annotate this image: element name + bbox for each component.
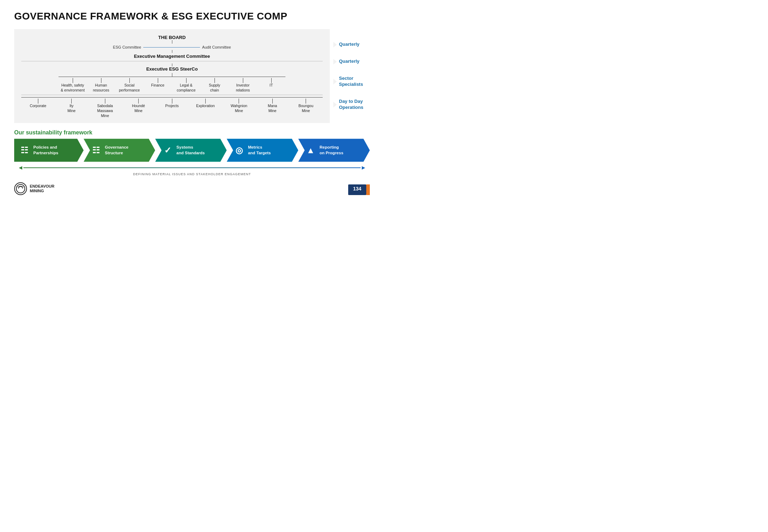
ops-corporate-vline bbox=[38, 99, 38, 104]
ops-boungou-vline bbox=[306, 99, 306, 104]
bottom-arrow-line bbox=[23, 167, 361, 168]
sus-arrow-1: ☷ Policies andPartnerships bbox=[14, 139, 84, 162]
exec-mgmt-label: Executive Management Committee bbox=[21, 54, 323, 59]
board-sub-row: ESG Committee Audit Committee bbox=[21, 45, 323, 49]
logo-text: ENDEAVOUR MINING bbox=[30, 184, 54, 193]
spec-it-vline bbox=[271, 78, 272, 83]
freq-sector: Sector Specialists bbox=[333, 76, 370, 88]
ops-corporate: Corporate bbox=[21, 99, 55, 118]
ops-ity: ItyMine bbox=[55, 99, 88, 118]
operations-section: Corporate ItyMine SabodalaMassawaMine bbox=[21, 97, 323, 118]
page-title: GOVERNANCE FRAMEWORK & ESG EXECUTIVE COM… bbox=[14, 11, 370, 22]
steerco-connector-top bbox=[172, 63, 172, 66]
freq-sector-label: Sector Specialists bbox=[339, 76, 370, 88]
freq-q2-label: Quarterly bbox=[339, 59, 360, 65]
sus-label-1: Policies andPartnerships bbox=[33, 145, 58, 156]
page-number: 134 bbox=[348, 184, 366, 195]
sustainability-title: Our sustainability framework bbox=[14, 129, 370, 136]
freq-quarterly-2: Quarterly bbox=[333, 59, 370, 65]
frequency-labels: Quarterly Quarterly Sector Specialists D… bbox=[330, 29, 370, 123]
sus-arrow-2: ☷ GovernanceStructure bbox=[84, 139, 155, 162]
ops-hounde: HoundéMine bbox=[122, 99, 155, 118]
spec-health-label: Health, safety& environment bbox=[61, 83, 85, 93]
framework-container: THE BOARD ESG Committee Audit Committee … bbox=[14, 29, 370, 123]
connector-exec-v bbox=[172, 50, 172, 53]
bottom-label: DEFINING MATERIAL ISSUES AND STAKEHOLDER… bbox=[18, 172, 366, 176]
logo-icon bbox=[14, 182, 27, 195]
spec-legal-label: Legal &compliance bbox=[177, 83, 195, 93]
steerco-title: Executive ESG SteerCo bbox=[21, 66, 323, 72]
chevron-q1 bbox=[333, 42, 337, 48]
spec-legal-vline bbox=[186, 78, 187, 83]
steerco-section: Executive ESG SteerCo Health, safety& en… bbox=[21, 63, 323, 93]
ops-h-line bbox=[21, 97, 323, 98]
ops-projects-vline bbox=[172, 99, 172, 104]
ops-hounde-label: HoundéMine bbox=[132, 104, 145, 113]
bottom-arrow-row: ◄ ► bbox=[18, 165, 366, 171]
ops-exploration-vline bbox=[205, 99, 206, 104]
ops-boungou-label: BoungouMine bbox=[299, 104, 313, 113]
ops-sabodala-vline bbox=[105, 99, 105, 104]
ops-mana-vline bbox=[272, 99, 273, 104]
ops-sabodala: SabodalaMassawaMine bbox=[88, 99, 122, 118]
ops-wahgnion: WahgnionMine bbox=[222, 99, 256, 118]
spec-hr-vline bbox=[101, 78, 101, 83]
left-arrow-icon: ◄ bbox=[18, 165, 23, 171]
divider-2 bbox=[21, 95, 323, 95]
spec-social: Socialperformance bbox=[115, 78, 144, 93]
spec-health: Health, safety& environment bbox=[59, 78, 87, 93]
freq-dtd-label: Day to Day Operations bbox=[339, 99, 363, 111]
ops-wahgnion-label: WahgnionMine bbox=[230, 104, 247, 113]
logo-svg bbox=[16, 184, 26, 194]
sus-icon-3: ✓ bbox=[162, 145, 173, 155]
ops-exploration: Exploration bbox=[189, 99, 222, 118]
footer: ENDEAVOUR MINING 134 bbox=[14, 179, 370, 195]
sus-arrow-3: ✓ Systemsand Standards bbox=[155, 139, 227, 162]
freq-daytoday: Day to Day Operations bbox=[333, 99, 370, 111]
logo-area: ENDEAVOUR MINING bbox=[14, 182, 54, 195]
divider-1 bbox=[21, 61, 323, 61]
page-num-area: 134 bbox=[348, 184, 370, 195]
specialist-h-line bbox=[59, 77, 285, 77]
sustainability-arrows: ☷ Policies andPartnerships ☷ GovernanceS… bbox=[14, 139, 370, 162]
svg-point-0 bbox=[16, 184, 25, 193]
spec-it: IT bbox=[257, 78, 285, 93]
sus-icon-1: ☷ bbox=[19, 145, 30, 155]
sus-icon-4: ◎ bbox=[234, 145, 244, 155]
ops-ity-vline bbox=[71, 99, 72, 104]
orange-bar bbox=[366, 184, 370, 195]
spec-finance-label: Finance bbox=[151, 83, 164, 88]
spec-hr: Humanresources bbox=[87, 78, 115, 93]
chevron-sector bbox=[333, 79, 337, 84]
ops-ity-label: ItyMine bbox=[67, 104, 76, 113]
spec-legal: Legal &compliance bbox=[172, 78, 200, 93]
bottom-arrow-container: ◄ ► DEFINING MATERIAL ISSUES AND STAKEHO… bbox=[14, 165, 370, 176]
audit-committee-label: Audit Committee bbox=[202, 45, 231, 49]
chevron-dtd bbox=[333, 102, 337, 107]
ops-mana-label: ManaMine bbox=[268, 104, 277, 113]
framework-main: THE BOARD ESG Committee Audit Committee … bbox=[14, 29, 330, 123]
ops-exploration-label: Exploration bbox=[196, 104, 215, 109]
connector-board-v bbox=[172, 40, 172, 44]
sus-label-5: Reportingon Progress bbox=[319, 145, 343, 156]
sus-arrow-4: ◎ Metricsand Targets bbox=[227, 139, 298, 162]
ops-projects: Projects bbox=[155, 99, 189, 118]
steerco-v-down bbox=[172, 73, 172, 77]
spec-hr-label: Humanresources bbox=[93, 83, 109, 93]
freq-q1-label: Quarterly bbox=[339, 41, 360, 48]
board-title: THE BOARD bbox=[21, 35, 323, 40]
ops-wahgnion-vline bbox=[239, 99, 239, 104]
board-line-h bbox=[143, 47, 200, 48]
sus-icon-5: ▲ bbox=[305, 145, 316, 155]
board-section: THE BOARD ESG Committee Audit Committee … bbox=[21, 35, 323, 59]
spec-investor: Investorrelations bbox=[229, 78, 257, 93]
esg-committee-label: ESG Committee bbox=[113, 45, 141, 49]
specialist-nodes: Health, safety& environment Humanresourc… bbox=[59, 78, 285, 93]
ops-sabodala-label: SabodalaMassawaMine bbox=[97, 104, 113, 118]
ops-projects-label: Projects bbox=[165, 104, 179, 109]
sus-arrow-5: ▲ Reportingon Progress bbox=[298, 139, 370, 162]
freq-quarterly-1: Quarterly bbox=[333, 41, 370, 48]
sus-label-4: Metricsand Targets bbox=[248, 145, 271, 156]
spec-supply-label: Supplychain bbox=[209, 83, 220, 93]
ops-nodes: Corporate ItyMine SabodalaMassawaMine bbox=[21, 99, 323, 118]
